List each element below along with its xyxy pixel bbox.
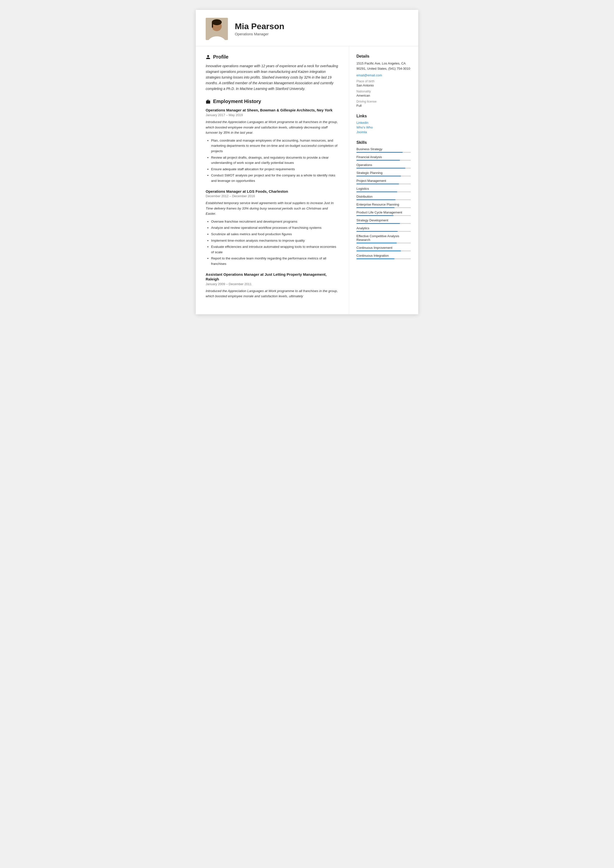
skill-bar-fill	[356, 176, 401, 177]
place-of-birth-value: San Antonio	[356, 84, 411, 87]
skill-item: Financial Analysis	[356, 155, 411, 161]
skill-bar-bg	[356, 176, 411, 177]
skill-item: Distribution	[356, 195, 411, 200]
skill-bar-bg	[356, 192, 411, 192]
bullet: Scrutinize all sales metrics and food pr…	[211, 231, 339, 237]
avatar	[206, 18, 228, 40]
job-dates-2: December 2012 – December 2016	[206, 194, 339, 198]
skill-name: Product Life Cycle Management	[356, 211, 411, 214]
skill-name: Operations	[356, 163, 411, 167]
bullet: Ensure adequate staff allocation for pro…	[211, 167, 339, 172]
profile-section-title: Profile	[206, 54, 339, 60]
skill-bar-bg	[356, 207, 411, 208]
job-dates-3: January 2009 – December 2011	[206, 282, 339, 286]
skill-bar-fill	[356, 231, 398, 232]
skill-name: Financial Analysis	[356, 155, 411, 159]
job-desc-1: Introduced the Appreciation Languages at…	[206, 119, 339, 135]
skill-bar-fill	[356, 215, 393, 216]
skill-bar-bg	[356, 152, 411, 153]
skill-bar-bg	[356, 215, 411, 216]
skill-name: Effective Competitive Analysis Research	[356, 234, 411, 242]
sidebar: Details 1515 Pacific Ave, Los Angeles, C…	[349, 46, 418, 314]
skill-bar-bg	[356, 199, 411, 200]
skill-name: Strategic Planning	[356, 171, 411, 175]
header: Mia Pearson Operations Manager	[196, 10, 418, 46]
employment-section-title: Employment History	[206, 99, 339, 104]
svg-point-3	[212, 19, 222, 25]
skill-item: Product Life Cycle Management	[356, 211, 411, 216]
skill-name: Enterprise Resource Planning	[356, 203, 411, 206]
skill-item: Business Strategy	[356, 147, 411, 153]
skill-bar-fill	[356, 207, 395, 208]
nationality-value: American	[356, 94, 411, 98]
job-block-1: Operations Manager at Sheen, Bowman & Gi…	[206, 108, 339, 183]
skill-bar-fill	[356, 259, 395, 259]
skill-bar-fill	[356, 223, 400, 224]
body: Profile Innovative operations manager wi…	[196, 46, 418, 314]
skill-name: Analytics	[356, 226, 411, 230]
svg-rect-4	[212, 22, 213, 28]
links-section-title: Links	[356, 114, 411, 118]
job-bullets-1: Plan, coordinate and manage employees of…	[206, 138, 339, 184]
skill-bar-bg	[356, 168, 411, 169]
skill-bar-fill	[356, 152, 403, 153]
job-block-3: Assistant Operations Manager at Just Let…	[206, 272, 339, 299]
details-address: 1515 Pacific Ave, Los Angeles, CA 90291,…	[356, 61, 411, 71]
skill-bar-bg	[356, 184, 411, 184]
job-bullets-2: Oversee franchise recruitment and develo…	[206, 219, 339, 267]
job-title-1: Operations Manager at Sheen, Bowman & Gi…	[206, 108, 339, 113]
skill-item: Logistics	[356, 187, 411, 192]
place-of-birth-label: Place of birth	[356, 79, 411, 83]
bullet: Review all project drafts, drawings, and…	[211, 155, 339, 166]
skill-name: Business Strategy	[356, 147, 411, 151]
link-linkedin[interactable]: Linkedin	[356, 121, 411, 124]
job-desc-2: Established temporary service level agre…	[206, 200, 339, 217]
candidate-title: Operations Manager	[235, 32, 284, 36]
link-joomla[interactable]: Joomla	[356, 130, 411, 134]
skills-section-title: Skills	[356, 140, 411, 145]
job-title-2: Operations Manager at LGS Foods, Charles…	[206, 189, 339, 194]
skill-item: Analytics	[356, 226, 411, 232]
skill-name: Continuous Improvement	[356, 246, 411, 250]
bullet: Conduct SWOT analysis per project and fo…	[211, 173, 339, 183]
skill-item: Strategic Planning	[356, 171, 411, 177]
skill-item: Operations	[356, 163, 411, 169]
job-title-3: Assistant Operations Manager at Just Let…	[206, 272, 339, 282]
skill-item: Enterprise Resource Planning	[356, 203, 411, 208]
job-dates-1: January 2017 – May 2019	[206, 113, 339, 117]
skill-name: Distribution	[356, 195, 411, 198]
driving-value: Full	[356, 104, 411, 107]
resume-container: Mia Pearson Operations Manager Profile I…	[196, 10, 418, 314]
bullet: Plan, coordinate and manage employees of…	[211, 138, 339, 154]
skill-bar-bg	[356, 160, 411, 161]
skill-bar-fill	[356, 184, 399, 184]
link-whos-who[interactable]: Who's Who	[356, 126, 411, 129]
skill-bar-fill	[356, 199, 395, 200]
skill-item: Project Management	[356, 179, 411, 184]
skill-bar-fill	[356, 160, 400, 161]
skill-name: Continuous Integration	[356, 254, 411, 257]
skill-name: Strategy Development	[356, 219, 411, 222]
employment-icon	[206, 99, 211, 104]
job-block-2: Operations Manager at LGS Foods, Charles…	[206, 189, 339, 267]
skill-item: Continuous Improvement	[356, 246, 411, 251]
skill-bar-bg	[356, 243, 411, 243]
skill-item: Continuous Integration	[356, 254, 411, 259]
links-list: Linkedin Who's Who Joomla	[356, 121, 411, 134]
candidate-name: Mia Pearson	[235, 22, 284, 31]
skill-bar-fill	[356, 168, 406, 169]
skill-bar-fill	[356, 251, 401, 251]
skill-bar-bg	[356, 259, 411, 259]
bullet: Report to the executive team monthly reg…	[211, 256, 339, 267]
skill-bar-bg	[356, 223, 411, 224]
nationality-label: Nationality	[356, 90, 411, 93]
skill-item: Strategy Development	[356, 219, 411, 224]
profile-icon	[206, 54, 211, 60]
details-email[interactable]: email@email.com	[356, 73, 411, 77]
skill-bar-bg	[356, 251, 411, 251]
bullet: Analyze and review operational workflow …	[211, 225, 339, 231]
skill-bar-fill	[356, 192, 397, 192]
header-info: Mia Pearson Operations Manager	[235, 22, 284, 36]
skill-name: Project Management	[356, 179, 411, 183]
job-desc-3: Introduced the Appreciation Languages at…	[206, 288, 339, 299]
